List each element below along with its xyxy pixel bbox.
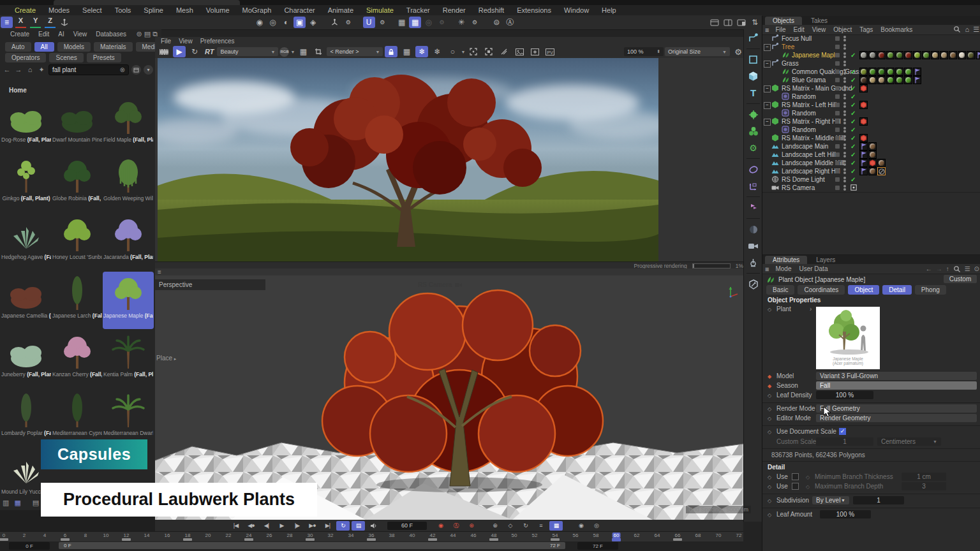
material-swatch[interactable] [904,68,912,76]
menu-spline[interactable]: Spline [138,6,169,14]
enabled-check-icon[interactable]: ✓ [850,175,856,184]
layer-chip[interactable] [835,103,840,107]
ruler-frame-64[interactable]: 64 [655,533,660,538]
leaf-amount-field[interactable]: 100 % [820,510,871,518]
visibility-dots[interactable] [843,94,846,99]
layer-chip[interactable] [835,53,840,57]
ruler-frame-68[interactable]: 68 [695,533,701,538]
ruler-frame-36[interactable]: 36 [369,533,375,538]
expand-toggle-icon[interactable]: − [764,61,771,68]
material-swatch[interactable] [868,51,877,59]
phong-tag-icon[interactable] [913,76,921,84]
tree-row-japanese-maple-2[interactable]: Japanese Maple✓ [762,51,980,59]
enabled-check-icon[interactable]: ✓ [850,151,856,159]
editor-mode-anim-dot[interactable]: ◇ [768,416,771,422]
key-btn-0[interactable]: ⊕ [488,521,501,531]
cube-tool-icon[interactable] [747,70,759,82]
material-swatch[interactable] [886,68,895,76]
ruler-frame-8[interactable]: 8 [84,533,87,538]
material-swatch[interactable] [895,51,903,59]
attr-tab-detail[interactable]: Detail [882,285,912,295]
snowflake-icon[interactable]: ❄ [431,46,443,57]
image-icon[interactable] [513,46,526,57]
expand-toggle-icon[interactable]: − [764,119,771,126]
doc-toggle-icon[interactable]: ▤ [352,521,365,531]
dither-icon[interactable]: ▦ [297,46,309,57]
key-btn-4[interactable]: ▦ [549,521,563,531]
enabled-check-icon[interactable]: ✓ [850,51,856,59]
use-min-anim-dot[interactable]: ◇ [768,474,771,480]
size-dropdown[interactable]: Original Size▼ [665,47,730,56]
ruler-frame-30[interactable]: 30 [308,533,313,538]
tree-row-rs-matrix-right-hill-10[interactable]: −RS Matrix - Right Hill✓ [762,117,980,126]
menu-select[interactable]: Select [77,6,108,14]
image-add-icon[interactable] [528,46,541,57]
menu-animate[interactable]: Animate [322,6,359,14]
range-start-chip[interactable]: 0 F [9,542,50,550]
ruler-frame-50[interactable]: 50 [512,533,517,538]
rs-tag-icon[interactable] [868,159,877,167]
clear-search-icon[interactable]: ⊗ [120,66,125,73]
asset-item-japanese-camellia[interactable]: Japanese Camellia (Fal... [1,272,52,329]
text-tool-icon[interactable]: T [747,87,759,99]
ruler-frame-48[interactable]: 48 [491,533,497,538]
asset-item-globe-robinia[interactable]: Globe Robinia (Fall, Pl... [52,154,103,212]
enabled-check-icon[interactable]: ✓ [850,84,856,92]
sphere-tag-icon[interactable] [877,159,886,167]
ruler-frame-62[interactable]: 62 [634,533,640,538]
rs-tag-icon[interactable] [859,84,868,92]
menu-simulate[interactable]: Simulate [360,6,399,14]
render-settings-icon[interactable]: ▣ [293,17,306,28]
ruler-frame-12[interactable]: 12 [124,533,130,538]
film-icon[interactable] [158,46,170,57]
layer-chip[interactable] [835,152,840,157]
tags-tool-icon[interactable] [747,202,759,214]
transport-btn-4[interactable]: |▶ [290,521,304,531]
transport-btn-0[interactable]: |◀ [229,521,242,531]
render-settings-gear-icon[interactable]: ⚙ [732,46,745,57]
beauty-dropdown[interactable]: Beauty▼ [217,47,278,56]
rs-tag-icon[interactable] [859,101,868,109]
om-menu-tags[interactable]: Tags [856,26,877,33]
flag-tag-icon[interactable] [859,167,868,175]
layer-chip[interactable] [835,36,840,41]
quantize-icon[interactable]: ▦ [409,17,421,28]
visibility-dots[interactable] [843,119,846,124]
tree-row-landscape-middle-hill-15[interactable]: Landscape Middle Hill✓ [762,159,980,167]
field-tool-icon[interactable]: ⚙ [747,142,759,154]
layout-monitor-icon-2[interactable] [722,17,734,28]
lock-icon[interactable] [385,46,397,57]
simulation-disabled-icon[interactable]: ◎ [422,17,434,28]
menu-help[interactable]: Help [596,6,622,14]
circle-tool-icon[interactable]: ○ [446,46,459,57]
custom-scale-unit-dropdown[interactable]: Centimeters▼ [877,437,941,446]
butterfly-sim-icon[interactable]: ✳ [456,17,468,28]
tab-layers[interactable]: Layers [808,256,843,264]
cloner-tool-icon[interactable] [747,125,759,137]
custom-scale-field[interactable]: 1 [816,437,873,446]
visibility-dots[interactable] [843,168,846,174]
ruler-frame-54[interactable]: 54 [553,533,558,538]
rt-label[interactable]: RT [205,48,214,55]
use-max-checkbox[interactable] [792,483,799,490]
render-slot-dropdown[interactable]: < Render >▼ [327,47,383,56]
layer-chip[interactable] [835,144,840,149]
phong-tag-icon[interactable] [976,51,980,59]
transport-btn-1[interactable]: ◀● [244,521,258,531]
asset-item-field-maple[interactable]: Field Maple (Fall, Plant) [103,96,154,153]
sphere-tag-icon[interactable] [868,167,877,175]
om-menu-bookmarks[interactable]: Bookmarks [877,26,916,33]
view-grid-icon[interactable]: ▦ [14,499,20,507]
axis-modify-tool-icon[interactable] [747,180,759,192]
visibility-dots[interactable] [843,44,846,50]
sphere-tag-icon[interactable] [868,151,877,159]
menu-modes[interactable]: Modes [43,6,75,14]
play-render-icon[interactable]: ▶ [173,46,186,57]
layer-chip[interactable] [835,119,840,124]
min-branch-field[interactable]: 1 cm [902,473,946,481]
zoom-field[interactable]: 100 %⬍ [624,47,664,56]
tree-row-landscape-main-13[interactable]: Landscape Main✓ [762,142,980,151]
ruler-frame-20[interactable]: 20 [205,533,211,538]
layer-chip[interactable] [835,136,840,140]
tab-objects[interactable]: Objects [765,17,802,25]
